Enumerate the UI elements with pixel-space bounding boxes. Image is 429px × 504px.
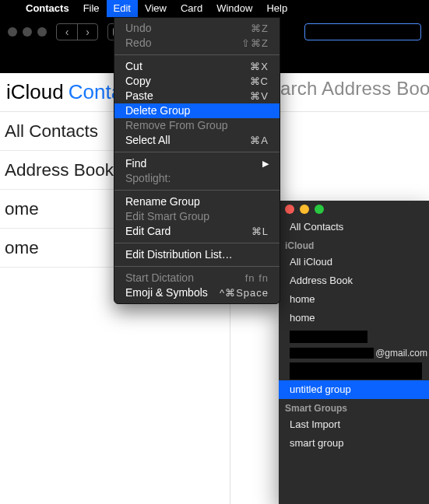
menu-separator [114, 152, 280, 152]
menu-item-label: Spotlight: [125, 171, 269, 186]
menubar: Contacts File Edit View Card Window Help [0, 0, 429, 17]
panel-section-header: iCloud [279, 236, 429, 253]
nav-forward-button[interactable]: › [77, 24, 97, 40]
menu-item-label: Edit Card [125, 224, 251, 239]
panel-zoom-icon[interactable] [315, 205, 324, 214]
menu-item[interactable]: Rename Group [114, 194, 280, 209]
menu-item-label: Edit Smart Group [125, 209, 269, 224]
toolbar-search-input[interactable] [304, 23, 421, 40]
menu-item-shortcut: ^⌘Space [220, 285, 269, 300]
menu-item[interactable]: Cut⌘X [114, 59, 280, 74]
redacted-box [290, 348, 374, 359]
menu-item[interactable]: Edit Distribution List… [114, 247, 280, 262]
menubar-file[interactable]: File [76, 0, 107, 17]
menu-item-label: Undo [125, 21, 251, 36]
menubar-help[interactable]: Help [259, 0, 294, 17]
menu-item-shortcut: ⌘C [250, 74, 269, 89]
menu-item[interactable]: Copy⌘C [114, 74, 280, 89]
menubar-app[interactable]: Contacts [19, 0, 76, 17]
menu-item: Redo⇧⌘Z [114, 36, 280, 51]
panel-section-header: Smart Groups [279, 399, 429, 415]
menu-item[interactable]: Find▶ [114, 156, 280, 171]
panel-item[interactable] [279, 327, 429, 346]
menu-item-label: Select All [125, 133, 250, 148]
menu-item-label: Emoji & Symbols [125, 285, 220, 300]
email-suffix: @gmail.com [375, 348, 427, 359]
menu-item-label: Redo [125, 36, 241, 51]
panel-item[interactable]: untitled group [279, 380, 429, 399]
panel-item[interactable] [279, 362, 429, 380]
panel-titlebar [279, 201, 429, 218]
menubar-edit[interactable]: Edit [107, 0, 138, 17]
traffic-zoom-icon[interactable] [37, 27, 47, 37]
nav-back-forward: ‹ › [56, 23, 98, 40]
panel-item[interactable]: Last Import [279, 415, 429, 434]
panel-item-email[interactable]: @gmail.com [279, 346, 429, 362]
menu-separator [114, 266, 280, 267]
menu-item-shortcut: ⌘L [251, 224, 269, 239]
panel-item[interactable]: All iCloud [279, 253, 429, 271]
redacted-box [290, 331, 367, 343]
menu-item-label: Copy [125, 74, 250, 89]
menu-separator [114, 243, 280, 243]
menu-item-label: Rename Group [125, 194, 269, 209]
menu-separator [114, 190, 280, 191]
panel-item[interactable]: home [279, 309, 429, 327]
menu-item-label: Edit Distribution List… [125, 247, 269, 262]
menu-item-label: Start Dictation [125, 271, 245, 285]
menu-item: Spotlight: [114, 171, 280, 186]
panel-item[interactable]: home [279, 290, 429, 309]
panel-item[interactable]: Address Book [279, 271, 429, 290]
menu-item[interactable]: Edit Card⌘L [114, 224, 280, 239]
menu-item[interactable]: Select All⌘A [114, 133, 280, 148]
menu-separator [114, 54, 280, 55]
menu-item-shortcut: ⌘V [250, 89, 269, 103]
menu-item[interactable]: Paste⌘V [114, 89, 280, 103]
cloud-header-prefix: iCloud [6, 80, 64, 104]
nav-back-button[interactable]: ‹ [57, 24, 77, 40]
menu-item-label: Remove From Group [125, 118, 269, 133]
search-placeholder: arch Address Book [280, 78, 429, 100]
menu-item[interactable]: Emoji & Symbols^⌘Space [114, 285, 280, 300]
menu-item: Edit Smart Group [114, 209, 280, 224]
menu-item-label: Delete Group [125, 103, 269, 118]
menubar-card[interactable]: Card [174, 0, 209, 17]
groups-panel: All ContactsiCloudAll iCloudAddress Book… [279, 201, 429, 504]
traffic-minimize-icon[interactable] [23, 27, 32, 37]
menubar-window[interactable]: Window [209, 0, 259, 17]
redacted-box [290, 362, 422, 380]
menu-item-shortcut: ⇧⌘Z [241, 36, 269, 51]
traffic-close-icon[interactable] [8, 27, 17, 37]
window-traffic-lights [8, 27, 47, 37]
menu-item-label: Find [125, 156, 262, 171]
menubar-view[interactable]: View [138, 0, 174, 17]
panel-item[interactable]: All Contacts [279, 218, 429, 236]
menu-item-label: Paste [125, 89, 250, 103]
menu-item: Remove From Group [114, 118, 280, 133]
menu-item-shortcut: ⌘X [250, 59, 269, 74]
edit-menu: Undo⌘ZRedo⇧⌘ZCut⌘XCopy⌘CPaste⌘VDelete Gr… [114, 17, 280, 304]
menu-item-shortcut: ⌘Z [251, 21, 269, 36]
menu-item[interactable]: Delete Group [114, 103, 280, 118]
menu-item-shortcut: fn fn [245, 271, 269, 285]
panel-close-icon[interactable] [285, 205, 294, 214]
menu-item: Start Dictationfn fn [114, 271, 280, 285]
menu-item-label: Cut [125, 59, 250, 74]
menu-item-shortcut: ⌘A [250, 133, 269, 148]
panel-minimize-icon[interactable] [300, 205, 309, 214]
chevron-right-icon: ▶ [262, 156, 269, 171]
menu-item: Undo⌘Z [114, 21, 280, 36]
panel-item[interactable]: smart group [279, 434, 429, 453]
